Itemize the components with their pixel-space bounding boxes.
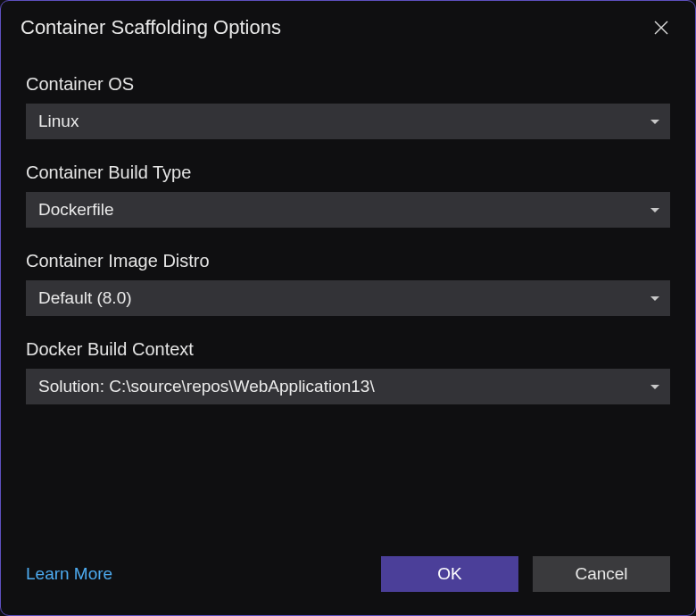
cancel-button[interactable]: Cancel [533,556,670,592]
dialog-content: Container OS Linux Container Build Type … [1,51,695,556]
build-type-select[interactable]: Dockerfile [26,192,670,228]
image-distro-select[interactable]: Default (8.0) [26,280,670,316]
build-context-label: Docker Build Context [26,339,670,360]
chevron-down-icon [650,296,659,301]
container-os-value: Linux [38,112,79,131]
build-context-select[interactable]: Solution: C:\source\repos\WebApplication… [26,369,670,404]
build-type-field: Container Build Type Dockerfile [26,162,670,228]
image-distro-field: Container Image Distro Default (8.0) [26,251,670,316]
container-os-field: Container OS Linux [26,74,670,139]
chevron-down-icon [650,208,659,212]
learn-more-link[interactable]: Learn More [26,564,112,584]
container-scaffolding-dialog: Container Scaffolding Options Container … [0,0,696,616]
build-type-value: Dockerfile [38,200,113,220]
close-icon [653,20,669,36]
container-os-label: Container OS [26,74,670,95]
ok-button[interactable]: OK [381,556,518,592]
image-distro-value: Default (8.0) [38,288,132,308]
build-context-value: Solution: C:\source\repos\WebApplication… [38,377,375,396]
close-button[interactable] [647,13,675,42]
titlebar: Container Scaffolding Options [1,1,695,51]
build-context-field: Docker Build Context Solution: C:\source… [26,339,670,404]
dialog-footer: Learn More OK Cancel [1,556,695,615]
chevron-down-icon [650,120,659,124]
build-type-label: Container Build Type [26,162,670,183]
image-distro-label: Container Image Distro [26,251,670,271]
container-os-select[interactable]: Linux [26,104,670,139]
chevron-down-icon [650,385,659,389]
dialog-title: Container Scaffolding Options [21,16,281,39]
